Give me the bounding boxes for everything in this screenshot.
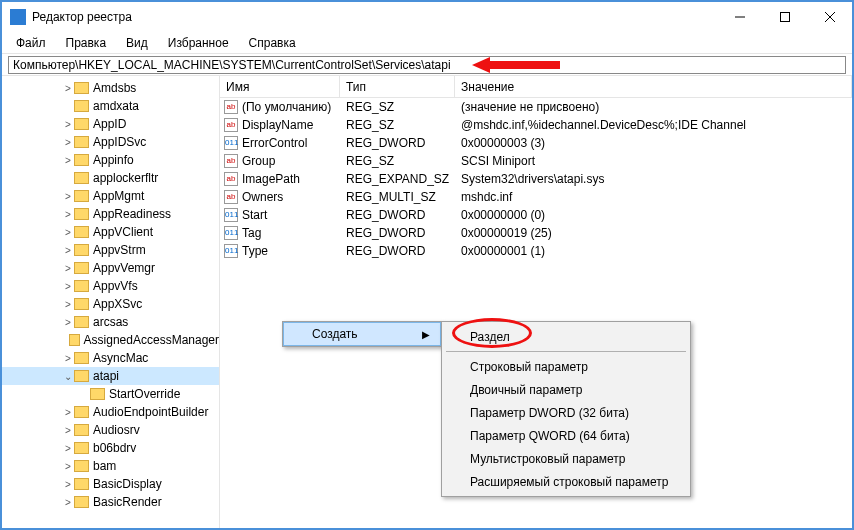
tree-item[interactable]: >AppMgmt <box>2 187 219 205</box>
tree-item[interactable]: >BasicRender <box>2 493 219 511</box>
table-row[interactable]: 011TypeREG_DWORD0x00000001 (1) <box>220 242 852 260</box>
tree-item[interactable]: >AsyncMac <box>2 349 219 367</box>
col-header-type[interactable]: Тип <box>340 76 455 97</box>
menu-edit[interactable]: Правка <box>58 34 115 52</box>
tree-item[interactable]: >AppvVemgr <box>2 259 219 277</box>
tree-item-label: Appinfo <box>93 153 134 167</box>
close-button[interactable] <box>807 3 852 31</box>
menu-view[interactable]: Вид <box>118 34 156 52</box>
tree-item[interactable]: >AppvStrm <box>2 241 219 259</box>
table-row[interactable]: 011ErrorControlREG_DWORD0x00000003 (3) <box>220 134 852 152</box>
tree-item[interactable]: AssignedAccessManager <box>2 331 219 349</box>
tree-expand-icon[interactable]: > <box>62 83 74 94</box>
tree-expand-icon[interactable]: > <box>62 191 74 202</box>
tree-item-label: AssignedAccessManager <box>84 333 219 347</box>
window-buttons <box>717 3 852 31</box>
tree-expand-icon[interactable]: > <box>62 425 74 436</box>
tree-expand-icon[interactable]: > <box>62 317 74 328</box>
menu-file[interactable]: Файл <box>8 34 54 52</box>
maximize-button[interactable] <box>762 3 807 31</box>
tree-expand-icon[interactable]: > <box>62 209 74 220</box>
minimize-button[interactable] <box>717 3 762 31</box>
tree-expand-icon[interactable]: > <box>62 227 74 238</box>
tree-expand-icon[interactable]: > <box>62 137 74 148</box>
table-row[interactable]: 011TagREG_DWORD0x00000019 (25) <box>220 224 852 242</box>
tree-expand-icon[interactable]: ⌄ <box>62 371 74 382</box>
menu-help[interactable]: Справка <box>241 34 304 52</box>
tree-pane[interactable]: >Amdsbsamdxata>AppID>AppIDSvc>Appinfoapp… <box>2 76 220 528</box>
submenu-multistring[interactable]: Мультистроковый параметр <box>442 447 690 470</box>
tree-item[interactable]: applockerfltr <box>2 169 219 187</box>
folder-icon <box>74 280 89 292</box>
table-row[interactable]: ab(По умолчанию)REG_SZ(значение не присв… <box>220 98 852 116</box>
cell-type: REG_DWORD <box>340 136 455 150</box>
list-rows: ab(По умолчанию)REG_SZ(значение не присв… <box>220 98 852 260</box>
tree-item[interactable]: >BasicDisplay <box>2 475 219 493</box>
tree-item[interactable]: amdxata <box>2 97 219 115</box>
tree-item[interactable]: >AppReadiness <box>2 205 219 223</box>
tree-item[interactable]: >AppIDSvc <box>2 133 219 151</box>
tree-item[interactable]: >AppID <box>2 115 219 133</box>
table-row[interactable]: 011StartREG_DWORD0x00000000 (0) <box>220 206 852 224</box>
tree-expand-icon[interactable]: > <box>62 299 74 310</box>
tree-expand-icon[interactable]: > <box>62 353 74 364</box>
tree-expand-icon[interactable]: > <box>62 497 74 508</box>
table-row[interactable]: abDisplayNameREG_SZ@mshdc.inf,%idechanne… <box>220 116 852 134</box>
tree-item[interactable]: >AudioEndpointBuilder <box>2 403 219 421</box>
context-menu-new: Создать ▶ <box>282 321 442 347</box>
folder-icon <box>74 172 89 184</box>
submenu-qword[interactable]: Параметр QWORD (64 бита) <box>442 424 690 447</box>
col-header-name[interactable]: Имя <box>220 76 340 97</box>
tree-item[interactable]: >Amdsbs <box>2 79 219 97</box>
submenu-binary[interactable]: Двоичный параметр <box>442 378 690 401</box>
string-value-icon: ab <box>224 118 238 132</box>
tree-item[interactable]: >bam <box>2 457 219 475</box>
context-menu-create[interactable]: Создать ▶ <box>283 322 441 346</box>
tree-item[interactable]: >AppvVfs <box>2 277 219 295</box>
address-input[interactable] <box>8 56 846 74</box>
submenu-key[interactable]: Раздел <box>442 325 690 348</box>
tree-item-label: StartOverride <box>109 387 180 401</box>
folder-icon <box>74 190 89 202</box>
folder-icon <box>74 208 89 220</box>
tree-expand-icon[interactable]: > <box>62 119 74 130</box>
table-row[interactable]: abGroupREG_SZSCSI Miniport <box>220 152 852 170</box>
tree-expand-icon[interactable]: > <box>62 263 74 274</box>
submenu-expandstring[interactable]: Расширяемый строковый параметр <box>442 470 690 493</box>
tree-expand-icon[interactable]: > <box>62 479 74 490</box>
tree-expand-icon[interactable]: > <box>62 281 74 292</box>
tree-expand-icon[interactable]: > <box>62 245 74 256</box>
tree-item[interactable]: StartOverride <box>2 385 219 403</box>
submenu-string[interactable]: Строковый параметр <box>442 355 690 378</box>
submenu-qword-label: Параметр QWORD (64 бита) <box>470 429 630 443</box>
tree-expand-icon[interactable]: > <box>62 407 74 418</box>
folder-icon <box>74 352 89 364</box>
menu-favorites[interactable]: Избранное <box>160 34 237 52</box>
table-row[interactable]: abOwnersREG_MULTI_SZmshdc.inf <box>220 188 852 206</box>
tree-item[interactable]: ⌄atapi <box>2 367 219 385</box>
cell-name: Tag <box>242 226 261 240</box>
string-value-icon: ab <box>224 100 238 114</box>
tree-item[interactable]: >arcsas <box>2 313 219 331</box>
folder-icon <box>74 424 89 436</box>
col-header-value[interactable]: Значение <box>455 76 852 97</box>
tree-expand-icon[interactable]: > <box>62 461 74 472</box>
folder-icon <box>74 406 89 418</box>
tree-item[interactable]: >AppXSvc <box>2 295 219 313</box>
table-row[interactable]: abImagePathREG_EXPAND_SZSystem32\drivers… <box>220 170 852 188</box>
submenu-dword[interactable]: Параметр DWORD (32 бита) <box>442 401 690 424</box>
cell-type: REG_DWORD <box>340 208 455 222</box>
folder-icon <box>74 298 89 310</box>
list-header[interactable]: Имя Тип Значение <box>220 76 852 98</box>
tree-item-label: atapi <box>93 369 119 383</box>
tree-expand-icon[interactable]: > <box>62 443 74 454</box>
tree-item[interactable]: >AppVClient <box>2 223 219 241</box>
tree-item[interactable]: >b06bdrv <box>2 439 219 457</box>
tree-item[interactable]: >Appinfo <box>2 151 219 169</box>
submenu-expandstring-label: Расширяемый строковый параметр <box>470 475 668 489</box>
tree-item-label: AppvVemgr <box>93 261 155 275</box>
tree-item[interactable]: >Audiosrv <box>2 421 219 439</box>
folder-icon <box>74 244 89 256</box>
tree-expand-icon[interactable]: > <box>62 155 74 166</box>
window-title: Редактор реестра <box>32 10 717 24</box>
